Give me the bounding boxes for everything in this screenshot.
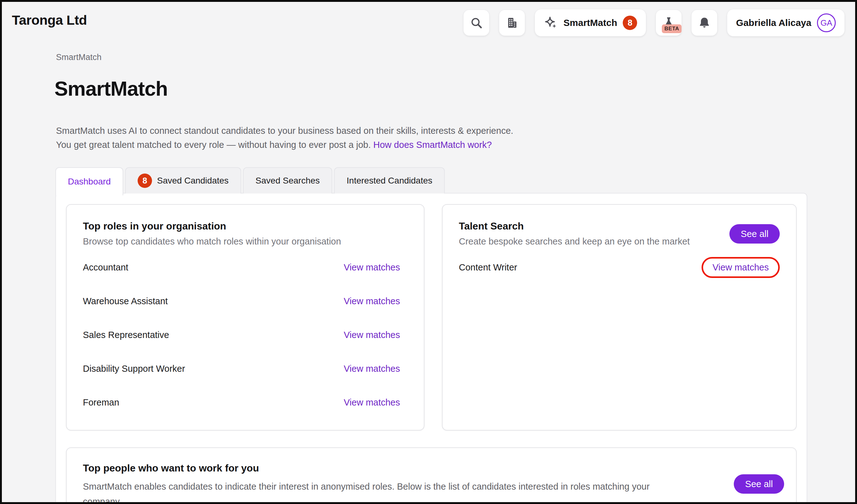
search-button[interactable] [464, 10, 489, 36]
tab-interested-candidates[interactable]: Interested Candidates [334, 167, 445, 193]
tab-interested-candidates-label: Interested Candidates [347, 176, 432, 186]
search-row: Content Writer View matches [459, 250, 780, 284]
role-name: Warehouse Assistant [83, 296, 168, 307]
role-row: Warehouse Assistant View matches [83, 284, 407, 318]
notifications-button[interactable] [691, 10, 717, 36]
tab-saved-searches-label: Saved Searches [255, 176, 320, 186]
view-matches-link[interactable]: View matches [344, 364, 400, 374]
interested-title: Top people who want to work for you [83, 463, 780, 474]
building-icon [505, 16, 519, 29]
how-smartmatch-works-link[interactable]: How does SmartMatch work? [373, 140, 492, 150]
avatar: GA [817, 14, 836, 32]
top-roles-card: Top roles in your organisation Browse to… [66, 204, 424, 431]
talent-search-card: Talent Search Create bespoke searches an… [442, 204, 796, 431]
labs-beta-button[interactable]: BETA [656, 10, 682, 36]
company-logo[interactable]: Taronga Ltd [12, 13, 87, 28]
role-name: Accountant [83, 262, 128, 273]
user-menu-button[interactable]: Gabriella Alicaya GA [727, 10, 844, 36]
page-title: SmartMatch [54, 77, 168, 100]
smartmatch-nav-button[interactable]: SmartMatch 8 [535, 10, 646, 36]
talent-search-see-all-button[interactable]: See all [729, 224, 780, 244]
smartmatch-count-badge: 8 [623, 16, 637, 30]
talent-search-header: Talent Search Create bespoke searches an… [459, 221, 780, 247]
bell-icon [698, 16, 711, 29]
smartmatch-page: Taronga Ltd [0, 0, 857, 504]
role-row: Disability Support Worker View matches [83, 352, 407, 385]
role-row: Accountant View matches [83, 250, 407, 284]
sparkles-icon [543, 16, 558, 30]
description-line-2: You get great talent matched to every ro… [56, 140, 373, 150]
tab-saved-searches[interactable]: Saved Searches [243, 167, 332, 193]
role-name: Sales Representative [83, 330, 169, 340]
talent-search-subtitle: Create bespoke searches and keep an eye … [459, 237, 690, 247]
interested-candidates-card: Top people who want to work for you Smar… [66, 447, 796, 504]
top-roles-title: Top roles in your organisation [83, 221, 407, 232]
tab-dashboard-label: Dashboard [68, 177, 111, 187]
page-description: SmartMatch uses AI to connect standout c… [56, 124, 513, 152]
role-name: Disability Support Worker [83, 364, 185, 374]
tab-bar: Dashboard 8 Saved Candidates Saved Searc… [55, 167, 445, 195]
description-line-1: SmartMatch uses AI to connect standout c… [56, 126, 513, 136]
smartmatch-nav-label: SmartMatch [564, 18, 618, 28]
user-name: Gabriella Alicaya [736, 18, 811, 28]
view-matches-link[interactable]: View matches [344, 397, 400, 408]
saved-candidates-count-badge: 8 [138, 174, 152, 188]
view-matches-link[interactable]: View matches [344, 330, 400, 340]
role-row: Sales Representative View matches [83, 318, 407, 352]
tab-saved-candidates[interactable]: 8 Saved Candidates [125, 167, 241, 193]
role-name: Foreman [83, 397, 119, 408]
header-actions: SmartMatch 8 BETA Gabriella Alicaya GA [464, 10, 844, 36]
view-matches-link[interactable]: View matches [712, 262, 769, 273]
view-matches-link[interactable]: View matches [344, 296, 400, 307]
breadcrumb[interactable]: SmartMatch [56, 53, 102, 62]
search-name: Content Writer [459, 262, 517, 273]
dashboard-panel: Top roles in your organisation Browse to… [55, 193, 807, 504]
beta-badge: BETA [662, 24, 682, 33]
tab-saved-candidates-label: Saved Candidates [157, 176, 229, 186]
organisation-button[interactable] [499, 10, 525, 36]
top-roles-list: Accountant View matches Warehouse Assist… [83, 250, 407, 419]
interested-see-all-button[interactable]: See all [734, 474, 784, 494]
talent-search-title: Talent Search [459, 221, 690, 232]
view-matches-link[interactable]: View matches [344, 262, 400, 273]
interested-description: SmartMatch enables candidates to indicat… [83, 479, 674, 504]
role-row: Foreman View matches [83, 385, 407, 419]
annotation-highlight-ring: View matches [702, 257, 780, 278]
tab-dashboard[interactable]: Dashboard [55, 167, 123, 195]
top-roles-subtitle: Browse top candidates who match roles wi… [83, 237, 407, 247]
search-icon [470, 16, 483, 29]
